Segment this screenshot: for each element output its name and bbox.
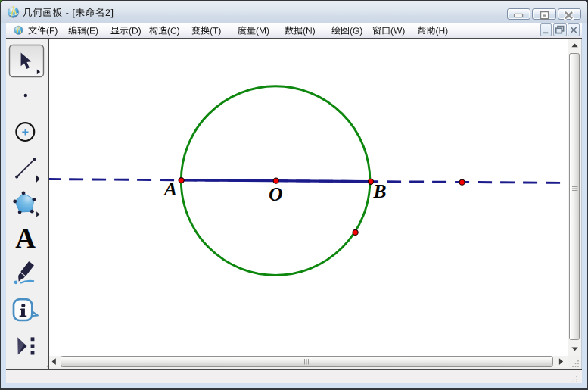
svg-text:O: O [269,183,282,205]
svg-text:A: A [163,178,177,200]
svg-text:B: B [372,180,386,202]
svg-text:A: A [15,223,36,254]
